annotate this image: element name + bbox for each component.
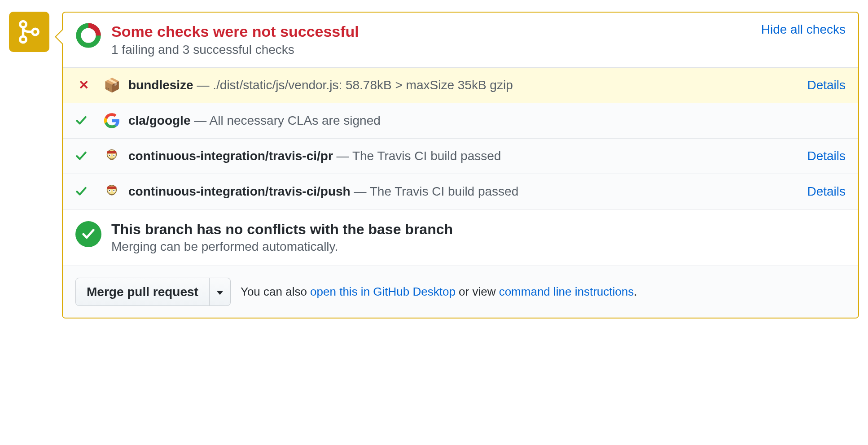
svg-point-16 <box>114 190 114 191</box>
google-icon <box>103 112 120 129</box>
merge-ok-badge <box>75 221 101 247</box>
x-icon: ✕ <box>75 78 92 92</box>
svg-point-9 <box>109 155 110 156</box>
check-icon <box>75 150 92 162</box>
check-icon <box>75 115 92 127</box>
merge-status-subtitle: Merging can be performed automatically. <box>111 240 453 254</box>
check-row: ✕ 📦 bundlesize — ./dist/static/js/vendor… <box>63 67 858 103</box>
merge-options-dropdown[interactable] <box>210 278 231 306</box>
merge-status-title: This branch has no conflicts with the ba… <box>111 221 453 238</box>
svg-point-1 <box>20 36 26 43</box>
check-details-link[interactable]: Details <box>807 184 846 199</box>
travis-icon <box>103 183 120 200</box>
merge-hint-text: You can also open this in GitHub Desktop… <box>241 285 637 299</box>
checks-status-subtitle: 1 failing and 3 successful checks <box>111 43 752 57</box>
merge-actions: Merge pull request You can also open thi… <box>63 266 858 318</box>
check-icon <box>75 186 92 197</box>
check-text: continuous-integration/travis-ci/pr — Th… <box>128 149 798 163</box>
svg-point-0 <box>20 21 26 27</box>
toggle-checks-link[interactable]: Hide all checks <box>761 22 846 37</box>
status-donut-icon <box>75 22 101 48</box>
panel-pointer <box>55 29 63 45</box>
check-icon <box>82 227 95 241</box>
merge-pull-request-button[interactable]: Merge pull request <box>75 278 210 306</box>
check-name: bundlesize <box>128 78 193 92</box>
check-row: continuous-integration/travis-ci/push — … <box>63 174 858 209</box>
svg-point-15 <box>109 190 110 191</box>
merge-panel: Some checks were not successful 1 failin… <box>62 12 859 318</box>
git-merge-icon <box>17 20 41 44</box>
check-row: cla/google — All necessary CLAs are sign… <box>63 103 858 138</box>
timeline-merge-badge <box>9 12 49 52</box>
check-message: The Travis CI build passed <box>370 184 519 198</box>
command-line-instructions-link[interactable]: command line instructions <box>499 285 634 298</box>
check-details-link[interactable]: Details <box>807 149 846 163</box>
svg-point-10 <box>114 155 114 156</box>
open-in-desktop-link[interactable]: open this in GitHub Desktop <box>310 285 456 298</box>
check-name: continuous-integration/travis-ci/push <box>128 184 351 198</box>
check-details-link[interactable]: Details <box>807 78 846 92</box>
svg-rect-12 <box>107 186 117 189</box>
travis-icon <box>103 148 120 165</box>
check-text: bundlesize — ./dist/static/js/vendor.js:… <box>128 78 798 92</box>
checks-status-title: Some checks were not successful <box>111 22 752 41</box>
checks-list: ✕ 📦 bundlesize — ./dist/static/js/vendor… <box>63 67 858 209</box>
check-message: The Travis CI build passed <box>352 149 501 163</box>
check-text: continuous-integration/travis-ci/push — … <box>128 184 798 199</box>
merge-button-group: Merge pull request <box>75 278 231 306</box>
checks-summary: Some checks were not successful 1 failin… <box>63 13 858 67</box>
check-row: continuous-integration/travis-ci/pr — Th… <box>63 138 858 174</box>
merge-status: This branch has no conflicts with the ba… <box>63 209 858 266</box>
package-icon: 📦 <box>103 77 120 94</box>
check-message: All necessary CLAs are signed <box>209 113 380 127</box>
svg-point-2 <box>32 29 39 35</box>
check-name: continuous-integration/travis-ci/pr <box>128 149 333 163</box>
check-name: cla/google <box>128 113 190 127</box>
caret-down-icon <box>217 290 223 296</box>
check-message: ./dist/static/js/vendor.js: 58.78kB > ma… <box>213 78 513 92</box>
svg-rect-6 <box>107 151 117 153</box>
check-text: cla/google — All necessary CLAs are sign… <box>128 113 846 128</box>
